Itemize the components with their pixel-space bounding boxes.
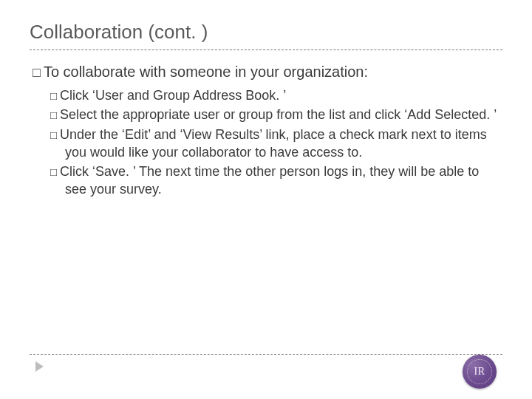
inner-list: □Click ‘User and Group Address Book. ’ □… [30, 86, 502, 199]
logo-badge-inner: IR [467, 359, 492, 384]
play-icon [35, 361, 44, 372]
list-item: □Select the appropriate user or group fr… [50, 106, 502, 123]
square-bullet-icon: □ [50, 129, 57, 141]
list-item-text: Select the appropriate user or group fro… [60, 107, 497, 122]
list-item-text: Click ‘User and Group Address Book. ’ [60, 88, 286, 103]
outer-bullet-text: To collaborate with someone in your orga… [44, 64, 368, 80]
list-item-text: Under the ‘Edit’ and ‘View Results’ link… [60, 127, 487, 160]
square-bullet-icon: □ [33, 65, 41, 80]
list-item: □Click ‘Save. ’ The next time the other … [50, 163, 502, 199]
square-bullet-icon: □ [50, 166, 57, 178]
outer-bullet-item: □To collaborate with someone in your org… [30, 64, 502, 81]
logo-badge: IR [463, 355, 497, 389]
list-item: □Click ‘User and Group Address Book. ’ [50, 86, 502, 104]
footer-divider [30, 354, 502, 355]
list-item-text: Click ‘Save. ’ The next time the other p… [60, 164, 479, 197]
logo-text: IR [474, 366, 485, 378]
square-bullet-icon: □ [50, 89, 57, 102]
list-item: □Under the ‘Edit’ and ‘View Results’ lin… [50, 126, 502, 162]
slide-content: Collaboration (cont. ) □To collaborate w… [0, 0, 532, 215]
slide-title: Collaboration (cont. ) [30, 21, 502, 50]
square-bullet-icon: □ [50, 109, 57, 121]
